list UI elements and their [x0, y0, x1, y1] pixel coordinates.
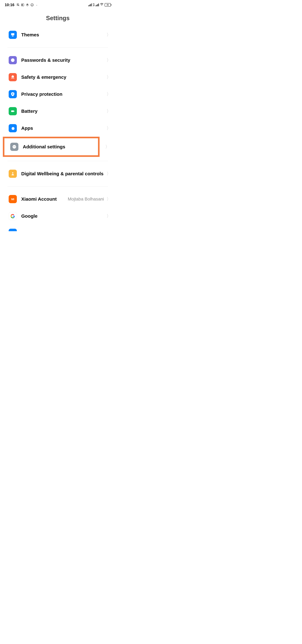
setting-label: Digital Wellbeing & parental controls [21, 171, 105, 177]
shield-icon [9, 90, 17, 98]
gear-icon [9, 124, 17, 132]
setting-additional[interactable]: Additional settings [4, 138, 98, 155]
wellbeing-icon [9, 170, 17, 178]
google-logo-icon [9, 212, 17, 220]
emergency-icon [9, 73, 17, 81]
phone-screen: 10:16 · 4G 21 [0, 0, 116, 231]
chevron-right-icon: 〉 [107, 74, 111, 80]
svg-rect-2 [22, 4, 23, 6]
setting-label: Apps [21, 125, 105, 131]
chevron-right-icon: 〉 [107, 91, 111, 97]
svg-rect-9 [14, 111, 15, 112]
setting-google[interactable]: Google 〉 [0, 208, 116, 224]
app-icon [30, 3, 34, 6]
setting-themes[interactable]: Themes 〉 [0, 26, 116, 43]
svg-text:MI: MI [11, 198, 14, 201]
themes-icon [9, 31, 17, 39]
wifi-icon [100, 2, 104, 7]
chevron-right-icon: 〉 [107, 213, 111, 219]
partial-icon [9, 229, 17, 231]
status-bar: 10:16 · 4G 21 [0, 0, 116, 8]
chevron-right-icon: 〉 [105, 144, 110, 150]
setting-label: Safety & emergency [21, 74, 105, 80]
setting-xiaomi-account[interactable]: MI Xiaomi Account Mojtaba Bolhasani 〉 [0, 190, 116, 208]
setting-privacy[interactable]: Privacy protection 〉 [0, 86, 116, 103]
chevron-right-icon: 〉 [107, 171, 111, 177]
signal-icon-2 [96, 4, 99, 6]
svg-point-13 [15, 146, 15, 147]
setting-label: Google [21, 213, 105, 219]
setting-digital-wellbeing[interactable]: Digital Wellbeing & parental controls 〉 [0, 165, 116, 182]
setting-label: Passwords & security [21, 57, 105, 63]
setting-label: Additional settings [23, 144, 97, 150]
status-left: 10:16 · [5, 2, 37, 8]
network-type: 4G [93, 3, 95, 6]
svg-rect-8 [11, 110, 14, 112]
svg-point-14 [12, 172, 13, 174]
chevron-right-icon: 〉 [107, 57, 111, 63]
battery-icon [9, 107, 17, 115]
screenshot-icon [21, 3, 24, 6]
setting-label: Privacy protection [21, 91, 105, 97]
page-title: Settings [0, 8, 116, 26]
setting-label: Themes [21, 32, 105, 38]
svg-point-7 [12, 94, 13, 95]
chevron-right-icon: 〉 [107, 108, 111, 114]
setting-passwords-security[interactable]: Passwords & security 〉 [0, 52, 116, 69]
setting-safety-emergency[interactable]: Safety & emergency 〉 [0, 69, 116, 86]
partial-next-item [0, 224, 116, 231]
battery-icon: 21 [105, 3, 111, 6]
fingerprint-icon [9, 56, 17, 64]
setting-apps[interactable]: Apps 〉 [0, 120, 116, 137]
svg-point-11 [13, 146, 14, 147]
highlight-box: Additional settings [3, 137, 100, 157]
divider [7, 186, 108, 186]
more-indicator-icon: · [36, 2, 37, 8]
setting-value: Mojtaba Bolhasani [68, 196, 104, 202]
notification-mute-icon [16, 3, 20, 6]
status-time: 10:16 [5, 3, 14, 7]
chevron-right-icon: 〉 [107, 196, 111, 202]
signal-icon [88, 4, 92, 6]
highlighted-row-container: Additional settings 〉 [0, 137, 116, 157]
mi-logo-icon: MI [9, 195, 17, 203]
setting-label: Battery [21, 108, 105, 114]
svg-point-6 [12, 60, 13, 61]
setting-battery[interactable]: Battery 〉 [0, 103, 116, 120]
setting-label: Xiaomi Account [21, 196, 68, 202]
status-right: 4G 21 [88, 2, 111, 7]
chevron-right-icon: 〉 [107, 125, 111, 131]
chevron-right-icon: 〉 [107, 32, 111, 38]
more-icon [10, 143, 18, 151]
layers-icon [26, 3, 29, 6]
svg-point-12 [14, 146, 15, 147]
